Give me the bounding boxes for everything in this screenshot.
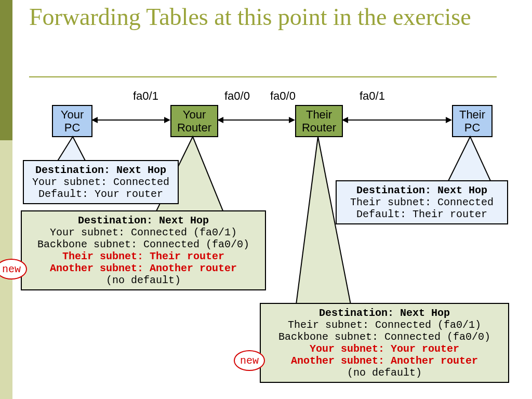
pointer-your-pc — [57, 137, 86, 162]
callout-row-new: Another subnet: Another router — [26, 262, 261, 274]
callout-their-router: Destination: Next Hop Their subnet: Conn… — [260, 303, 509, 383]
callout-row-new: Their subnet: Their router — [26, 250, 261, 262]
callout-head: Destination: Next Hop — [26, 215, 261, 227]
slide: Forwarding Tables at this point in the e… — [0, 0, 532, 399]
callout-row-new: Another subnet: Another router — [265, 355, 504, 367]
callout-head: Destination: Next Hop — [28, 164, 174, 176]
callout-row: Backbone subnet: Connected (fa0/0) — [26, 238, 261, 250]
callout-row: (no default) — [265, 367, 504, 379]
callout-row: Your subnet: Connected (fa0/1) — [26, 227, 261, 238]
callout-row: Default: Their router — [341, 208, 503, 220]
callout-row: (no default) — [26, 274, 261, 286]
callout-head: Destination: Next Hop — [265, 307, 504, 319]
pointer-their-pc — [448, 137, 491, 182]
new-badge-their-router: new — [234, 350, 265, 371]
callout-row: Backbone subnet: Connected (fa0/0) — [265, 331, 504, 343]
callout-their-pc: Destination: Next Hop Their subnet: Conn… — [336, 180, 508, 224]
callout-row-new: Your subnet: Your router — [265, 343, 504, 355]
callout-head: Destination: Next Hop — [341, 184, 503, 196]
callout-row: Their subnet: Connected (fa0/1) — [265, 319, 504, 331]
callout-your-pc: Destination: Next Hop Your subnet: Conne… — [23, 160, 179, 204]
callout-row: Default: Your router — [28, 188, 174, 200]
callout-row: Their subnet: Connected — [341, 196, 503, 208]
callout-row: Your subnet: Connected — [28, 176, 174, 188]
callout-your-router: Destination: Next Hop Your subnet: Conne… — [21, 210, 266, 290]
